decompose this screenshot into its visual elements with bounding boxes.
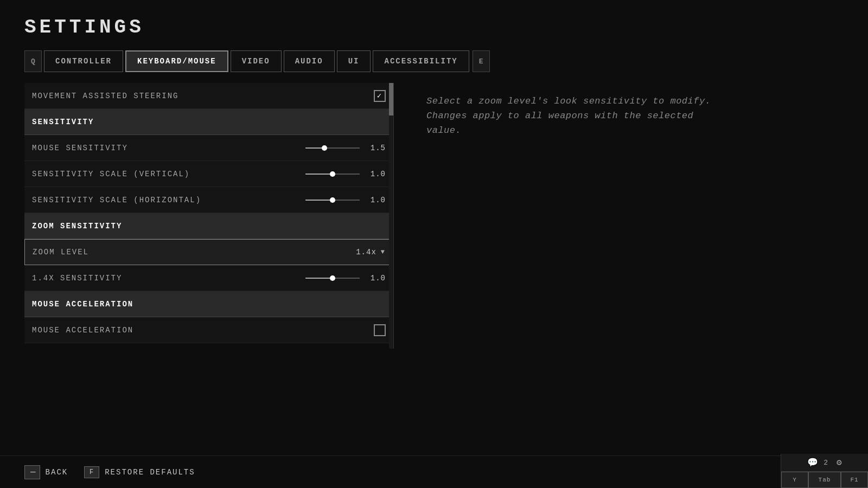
slider-fill-sensitivity-vertical: [305, 174, 333, 175]
key-f1-box[interactable]: F1: [841, 472, 868, 488]
slider-sensitivity-horizontal[interactable]: 1.0: [305, 196, 386, 204]
tab-controller[interactable]: CONTROLLER: [44, 50, 123, 72]
key-y-box[interactable]: Y: [781, 472, 808, 488]
setting-label-sensitivity-vertical: SENSITIVITY SCALE (VERTICAL): [32, 170, 305, 178]
tab-video[interactable]: VIDEO: [231, 50, 282, 72]
setting-label-sensitivity-horizontal: SENSITIVITY SCALE (HORIZONTAL): [32, 196, 305, 204]
dropdown-value-zoom-level: 1.4x: [356, 248, 376, 256]
tab-prefix: Q: [24, 50, 42, 72]
section-label-sensitivity: SENSITIVITY: [32, 118, 386, 126]
section-header-zoom-sensitivity: ZOOM SENSITIVITY: [24, 213, 393, 239]
slider-mouse-sensitivity[interactable]: 1.5: [305, 144, 386, 152]
slider-track-sensitivity-vertical[interactable]: [305, 174, 360, 175]
slider-fill-14x-sensitivity: [305, 278, 333, 279]
checkbox-movement-steering[interactable]: [374, 90, 386, 102]
settings-icon[interactable]: ⚙: [837, 457, 842, 468]
settings-scroll[interactable]: MOVEMENT ASSISTED STEERING SENSITIVITY M…: [24, 83, 393, 349]
scrollbar-thumb[interactable]: [389, 83, 393, 115]
setting-label-mouse-acceleration: MOUSE ACCELERATION: [32, 326, 374, 335]
chat-icon[interactable]: 💬: [807, 457, 818, 468]
content-area: MOVEMENT ASSISTED STEERING SENSITIVITY M…: [0, 83, 868, 473]
slider-thumb-14x-sensitivity[interactable]: [330, 275, 335, 281]
slider-value-mouse-sensitivity: 1.5: [371, 144, 386, 152]
page-title: SETTINGS: [24, 16, 844, 38]
br-icons-panel: 💬 2 ⚙ Y Tab F1: [781, 454, 868, 488]
restore-defaults-button[interactable]: F Restore Defaults: [84, 466, 195, 478]
scrollbar[interactable]: [389, 83, 393, 349]
description-panel: Select a zoom level's look sensitivity t…: [394, 83, 844, 473]
back-button[interactable]: — Back: [24, 465, 68, 479]
setting-movement-steering[interactable]: MOVEMENT ASSISTED STEERING: [24, 83, 393, 109]
slider-thumb-sensitivity-vertical[interactable]: [330, 171, 335, 177]
checkbox-mouse-acceleration[interactable]: [374, 324, 386, 336]
setting-label-mouse-sensitivity: MOUSE SENSITIVITY: [32, 144, 305, 152]
restore-label: Restore Defaults: [105, 468, 195, 477]
tab-keyboard-mouse[interactable]: KEYBOARD/MOUSE: [125, 50, 228, 72]
slider-track-mouse-sensitivity[interactable]: [305, 147, 360, 149]
slider-track-14x-sensitivity[interactable]: [305, 278, 360, 279]
players-count: 2: [824, 459, 828, 467]
slider-thumb-sensitivity-horizontal[interactable]: [330, 197, 335, 203]
setting-label-14x-sensitivity: 1.4X SENSITIVITY: [32, 274, 305, 282]
setting-mouse-acceleration[interactable]: MOUSE ACCELERATION: [24, 317, 393, 343]
settings-panel: MOVEMENT ASSISTED STEERING SENSITIVITY M…: [24, 83, 393, 473]
slider-value-sensitivity-horizontal: 1.0: [371, 196, 386, 204]
tab-accessibility[interactable]: ACCESSIBILITY: [373, 50, 469, 72]
section-label-mouse-acceleration: MOUSE ACCELERATION: [32, 300, 386, 309]
slider-value-sensitivity-vertical: 1.0: [371, 170, 386, 178]
setting-label-movement-steering: MOVEMENT ASSISTED STEERING: [32, 92, 374, 100]
setting-mouse-sensitivity[interactable]: MOUSE SENSITIVITY 1.5: [24, 135, 393, 161]
bottom-bar: — Back F Restore Defaults 💬 2 ⚙ Y Tab F1: [0, 455, 868, 488]
chevron-down-icon: ▼: [381, 248, 385, 256]
tab-suffix: E: [473, 50, 490, 72]
section-header-mouse-acceleration: MOUSE ACCELERATION: [24, 291, 393, 317]
setting-sensitivity-horizontal[interactable]: SENSITIVITY SCALE (HORIZONTAL) 1.0: [24, 187, 393, 213]
description-text: Select a zoom level's look sensitivity t…: [426, 94, 725, 138]
back-key-icon: —: [24, 465, 40, 479]
setting-zoom-level[interactable]: ZOOM LEVEL 1.4x ▼: [24, 239, 393, 265]
slider-fill-sensitivity-horizontal: [305, 200, 333, 201]
header: SETTINGS Q CONTROLLER KEYBOARD/MOUSE VID…: [0, 0, 868, 72]
setting-sensitivity-vertical[interactable]: SENSITIVITY SCALE (VERTICAL) 1.0: [24, 161, 393, 187]
br-key-row: Y Tab F1: [781, 472, 868, 488]
slider-track-sensitivity-horizontal[interactable]: [305, 200, 360, 201]
tabs-row: Q CONTROLLER KEYBOARD/MOUSE VIDEO AUDIO …: [24, 50, 844, 72]
section-label-zoom-sensitivity: ZOOM SENSITIVITY: [32, 222, 386, 230]
dropdown-zoom-level[interactable]: 1.4x ▼: [356, 248, 385, 256]
back-label: Back: [46, 468, 68, 477]
setting-label-zoom-level: ZOOM LEVEL: [33, 248, 356, 256]
bottom-actions: — Back F Restore Defaults: [24, 465, 195, 479]
slider-sensitivity-vertical[interactable]: 1.0: [305, 170, 386, 178]
section-header-sensitivity: SENSITIVITY: [24, 109, 393, 135]
restore-key-icon: F: [84, 466, 99, 478]
slider-thumb-mouse-sensitivity[interactable]: [322, 145, 327, 151]
tab-ui[interactable]: UI: [337, 50, 371, 72]
bottom-right-panel: 💬 2 ⚙ Y Tab F1: [781, 454, 868, 488]
key-tab-box[interactable]: Tab: [808, 472, 841, 488]
main-container: SETTINGS Q CONTROLLER KEYBOARD/MOUSE VID…: [0, 0, 868, 488]
slider-value-14x-sensitivity: 1.0: [371, 274, 386, 282]
br-top-row: 💬 2 ⚙: [781, 454, 868, 472]
slider-14x-sensitivity[interactable]: 1.0: [305, 274, 386, 282]
setting-14x-sensitivity[interactable]: 1.4X SENSITIVITY 1.0: [24, 265, 393, 291]
tab-audio[interactable]: AUDIO: [284, 50, 335, 72]
